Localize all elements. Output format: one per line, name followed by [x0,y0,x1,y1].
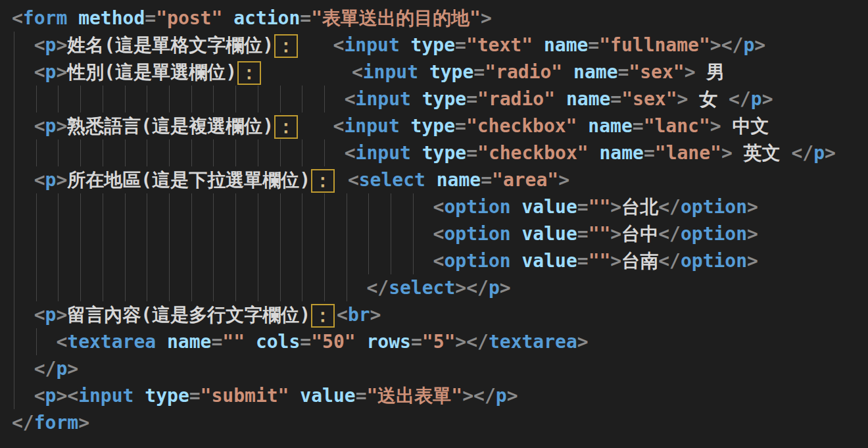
token-str: "radio" [485,61,562,83]
token-text: 台北 [621,196,658,218]
token-punct: </ [729,88,751,110]
token-text [411,142,422,164]
token-punct: </ [658,196,681,218]
token-punct: < [352,61,363,83]
token-text [12,34,34,56]
token-text [356,331,367,353]
token-attr: name [588,115,632,137]
code-line: <p>熟悉語言(這是複選欄位)： <input type="checkbox" … [12,112,868,139]
token-attr: type [422,142,466,164]
token-eq: = [300,7,311,29]
token-punct: > [78,412,89,434]
token-punct: </ [658,223,681,245]
token-text [400,115,411,137]
unicode-highlight-box: ： [274,34,298,58]
token-str: "" [589,250,611,272]
token-eq: = [211,331,222,353]
token-eq: = [577,196,589,218]
token-tag: option [444,250,510,272]
token-text: 性別(這是單選欄位) [67,61,237,83]
token-tag: option [681,196,747,218]
token-tag: option [681,250,747,272]
token-str: "checkbox" [466,115,577,137]
token-punct: < [345,88,356,110]
token-eq: = [466,142,477,164]
token-text [511,223,522,245]
token-punct: < [345,142,356,164]
token-tag: select [389,277,455,299]
token-attr: method [78,7,145,29]
token-punct: > [747,250,758,272]
token-text [12,169,34,191]
token-text [12,196,433,218]
token-punct: < [34,304,45,326]
token-punct: ></ [710,34,744,56]
token-text [511,196,522,218]
token-text [12,277,366,299]
token-str: "5" [422,331,456,353]
token-punct: > [610,250,621,272]
token-punct: < [34,385,45,407]
token-text [156,331,167,353]
token-punct: < [337,304,348,326]
token-punct: > [610,223,621,245]
token-str: "送出表單" [366,385,462,407]
token-str: "lanc" [644,115,710,137]
token-str: "text" [466,34,533,56]
token-text [400,34,411,56]
token-attr: type [411,34,455,56]
token-tag: p [45,385,57,407]
token-punct: > [710,115,721,137]
token-attr: name [544,34,588,56]
token-text [425,169,437,191]
token-punct: </ [366,277,389,299]
token-tag: input [356,88,411,110]
token-punct: < [333,34,345,56]
token-tag: p [45,34,57,56]
code-line: <input type="checkbox" name="lane"> 英文 <… [12,139,868,166]
token-punct: < [348,169,359,191]
token-punct: < [433,250,445,272]
token-str: "" [589,223,611,245]
token-punct: < [333,115,345,137]
token-eq: = [300,331,311,353]
token-text: 男 [696,61,725,83]
token-text [511,250,522,272]
token-punct: < [34,34,45,56]
unicode-highlight-box: ： [237,61,261,85]
token-punct: </ [658,250,681,272]
token-punct: > [685,61,696,83]
code-line: <option value="">台中</option> [12,220,868,247]
unicode-highlight-box: ： [311,169,335,193]
code-editor[interactable]: <form method="post" action="表單送出的目的地"> <… [0,0,868,448]
token-punct: > [56,304,67,326]
token-str: "checkbox" [477,142,589,164]
token-eq: = [481,169,492,191]
token-punct: > [577,331,589,353]
token-text: 所在地區(這是下拉選單欄位) [67,169,310,191]
token-text: 女 [688,88,729,110]
token-tag: p [56,358,67,380]
token-text: 姓名(這是單格文字欄位) [67,34,274,56]
token-eq: = [633,115,644,137]
token-str: "" [589,196,611,218]
token-punct: > [762,88,773,110]
code-line: <p><input type="submit" value="送出表單"></p… [12,382,868,409]
code-line: <textarea name="" cols="50" rows="5"></t… [12,328,868,355]
token-tag: p [489,277,500,299]
token-attr: action [233,7,300,29]
token-tag: textarea [489,331,577,353]
token-str: "radio" [477,88,555,110]
token-punct: > [721,142,733,164]
token-eq: = [145,7,156,29]
token-eq: = [356,385,367,407]
token-tag: p [45,61,57,83]
token-attr: cols [256,331,300,353]
token-text [562,61,573,83]
token-text [12,142,345,164]
token-text [411,88,422,110]
token-text: 留言內容(這是多行文字欄位) [67,304,310,326]
token-text [67,7,78,29]
token-tag: input [344,115,399,137]
token-eq: = [455,115,466,137]
